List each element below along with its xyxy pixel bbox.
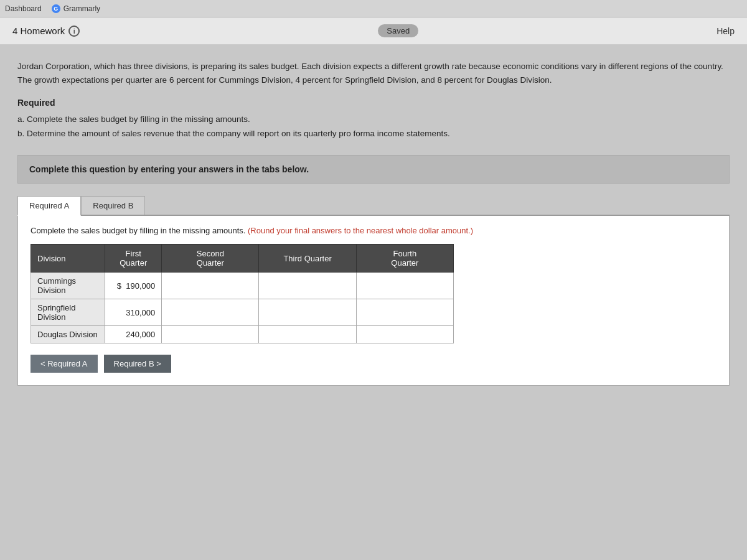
col-header-first-quarter: First Quarter — [105, 245, 162, 273]
table-row: Douglas Division 240,000 — [31, 326, 454, 343]
col-header-third-quarter: Third Quarter — [259, 245, 356, 273]
prev-button[interactable]: < Required A — [31, 355, 98, 373]
col-header-division: Division — [31, 245, 105, 273]
browser-tab-bar: Dashboard G Grammarly — [0, 0, 747, 17]
division-cummings: Cummings Division — [31, 273, 105, 299]
cummings-third-quarter-input[interactable] — [259, 278, 355, 294]
table-row: Springfield Division 310,000 — [31, 299, 454, 326]
douglas-fourth-quarter-cell[interactable] — [356, 326, 453, 343]
required-items: a. Complete the sales budget by filling … — [17, 113, 730, 141]
required-item-b: b. Determine the amount of sales revenue… — [17, 127, 730, 141]
springfield-third-quarter-cell[interactable] — [259, 299, 356, 326]
instruction-box-text: Complete this question by entering your … — [29, 164, 309, 174]
tabs-container: Required A Required B — [17, 196, 730, 216]
dashboard-label: Dashboard — [5, 4, 42, 13]
next-button-label: Required B > — [114, 359, 161, 368]
division-springfield: Springfield Division — [31, 299, 105, 326]
douglas-first-quarter: 240,000 — [105, 326, 162, 343]
dashboard-tab[interactable]: Dashboard — [5, 4, 42, 13]
douglas-third-quarter-cell[interactable] — [259, 326, 356, 343]
springfield-second-quarter-cell[interactable] — [162, 299, 259, 326]
grammarly-label: Grammarly — [63, 4, 100, 13]
tab-required-a-label: Required A — [29, 201, 69, 210]
app-header: 4 Homework i Saved Help — [0, 17, 747, 45]
grammarly-tab[interactable]: G Grammarly — [52, 4, 100, 13]
saved-badge: Saved — [378, 24, 418, 37]
problem-description: Jordan Corporation, which has three divi… — [17, 60, 730, 86]
app-title-container: 4 Homework i — [12, 26, 80, 37]
douglas-third-quarter-input[interactable] — [259, 326, 355, 343]
tab-panel-instruction: Complete the sales budget by filling in … — [31, 226, 716, 235]
nav-buttons: < Required A Required B > — [31, 355, 716, 373]
cummings-fourth-quarter-input[interactable] — [357, 278, 453, 294]
division-douglas: Douglas Division — [31, 326, 105, 343]
springfield-first-quarter: 310,000 — [105, 299, 162, 326]
prev-button-label: < Required A — [40, 359, 88, 368]
springfield-fourth-quarter-input[interactable] — [357, 304, 453, 321]
budget-table: Division First Quarter SecondQuarter Thi… — [31, 244, 454, 343]
col-header-second-quarter: SecondQuarter — [162, 245, 259, 273]
douglas-fourth-quarter-input[interactable] — [357, 326, 453, 343]
main-content: Jordan Corporation, which has three divi… — [0, 45, 747, 560]
required-heading: Required — [17, 98, 730, 108]
cummings-first-quarter: $ 190,000 — [105, 273, 162, 299]
cummings-second-quarter-input[interactable] — [162, 278, 258, 294]
help-link[interactable]: Help — [716, 26, 735, 36]
douglas-second-quarter-cell[interactable] — [162, 326, 259, 343]
tab-required-b[interactable]: Required B — [81, 196, 145, 215]
app-title-text: 4 Homework — [12, 26, 65, 36]
col-header-fourth-quarter: FourthQuarter — [356, 245, 453, 273]
cummings-fourth-quarter-cell[interactable] — [356, 273, 453, 299]
table-row: Cummings Division $ 190,000 — [31, 273, 454, 299]
springfield-second-quarter-input[interactable] — [162, 304, 258, 321]
next-button[interactable]: Required B > — [104, 355, 171, 373]
springfield-fourth-quarter-cell[interactable] — [356, 299, 453, 326]
required-item-a: a. Complete the sales budget by filling … — [17, 113, 730, 127]
instruction-box: Complete this question by entering your … — [17, 155, 730, 184]
springfield-third-quarter-input[interactable] — [259, 304, 355, 321]
info-icon[interactable]: i — [68, 26, 80, 37]
douglas-second-quarter-input[interactable] — [162, 326, 258, 343]
tab-required-a[interactable]: Required A — [17, 196, 81, 216]
grammarly-icon: G — [52, 4, 60, 13]
tab-panel: Complete the sales budget by filling in … — [17, 216, 730, 386]
cummings-third-quarter-cell[interactable] — [259, 273, 356, 299]
cummings-second-quarter-cell[interactable] — [162, 273, 259, 299]
instruction-highlight: (Round your final answers to the nearest… — [248, 226, 473, 235]
tab-required-b-label: Required B — [93, 201, 133, 210]
